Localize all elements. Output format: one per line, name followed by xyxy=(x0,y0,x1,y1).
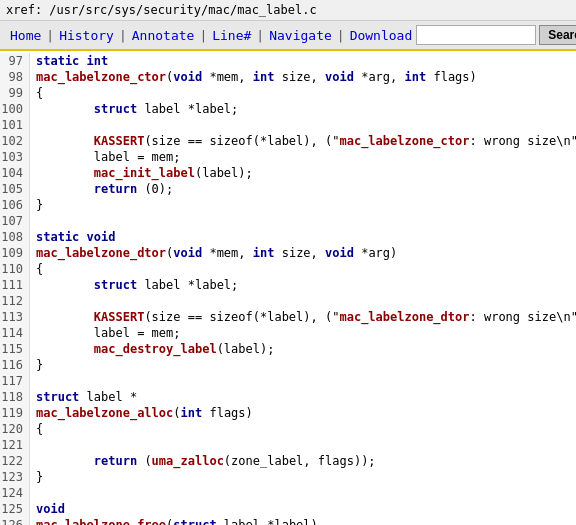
line-number: 119 xyxy=(0,405,30,421)
code-area: 97static int98mac_labelzone_ctor(void *m… xyxy=(0,51,576,525)
nav-navigate[interactable]: Navigate xyxy=(265,28,336,43)
line-content: mac_labelzone_ctor(void *mem, int size, … xyxy=(30,69,477,85)
line-number: 125 xyxy=(0,501,30,517)
line-content: { xyxy=(30,421,43,437)
line-number: 110 xyxy=(0,261,30,277)
sep5: | xyxy=(336,28,346,43)
table-row: 125void xyxy=(0,501,576,517)
line-number: 120 xyxy=(0,421,30,437)
table-row: 124 xyxy=(0,485,576,501)
line-number: 107 xyxy=(0,213,30,229)
line-content xyxy=(30,117,36,133)
table-row: 121 xyxy=(0,437,576,453)
table-row: 108static void xyxy=(0,229,576,245)
line-content xyxy=(30,485,36,501)
table-row: 97static int xyxy=(0,53,576,69)
line-content: mac_destroy_label(label); xyxy=(30,341,274,357)
line-number: 99 xyxy=(0,85,30,101)
search-area: Search xyxy=(416,25,576,45)
line-number: 111 xyxy=(0,277,30,293)
table-row: 109mac_labelzone_dtor(void *mem, int siz… xyxy=(0,245,576,261)
table-row: 113 KASSERT(size == sizeof(*label), ("ma… xyxy=(0,309,576,325)
nav-download[interactable]: Download xyxy=(346,28,417,43)
title-bar: xref: /usr/src/sys/security/mac/mac_labe… xyxy=(0,0,576,21)
table-row: 111 struct label *label; xyxy=(0,277,576,293)
line-number: 108 xyxy=(0,229,30,245)
nav-lineno[interactable]: Line# xyxy=(208,28,255,43)
line-content: { xyxy=(30,85,43,101)
line-content xyxy=(30,373,36,389)
line-number: 103 xyxy=(0,149,30,165)
table-row: 107 xyxy=(0,213,576,229)
title-text: xref: /usr/src/sys/security/mac/mac_labe… xyxy=(6,3,317,17)
line-content: mac_labelzone_free(struct label *label) xyxy=(30,517,318,525)
line-number: 100 xyxy=(0,101,30,117)
line-number: 106 xyxy=(0,197,30,213)
sep2: | xyxy=(118,28,128,43)
line-number: 104 xyxy=(0,165,30,181)
line-content: KASSERT(size == sizeof(*label), ("mac_la… xyxy=(30,133,576,149)
table-row: 115 mac_destroy_label(label); xyxy=(0,341,576,357)
table-row: 104 mac_init_label(label); xyxy=(0,165,576,181)
line-content xyxy=(30,293,36,309)
line-number: 109 xyxy=(0,245,30,261)
line-content: } xyxy=(30,197,43,213)
table-row: 123} xyxy=(0,469,576,485)
table-row: 110{ xyxy=(0,261,576,277)
line-number: 121 xyxy=(0,437,30,453)
nav-annotate[interactable]: Annotate xyxy=(128,28,199,43)
table-row: 126mac_labelzone_free(struct label *labe… xyxy=(0,517,576,525)
line-number: 118 xyxy=(0,389,30,405)
table-row: 120{ xyxy=(0,421,576,437)
line-number: 113 xyxy=(0,309,30,325)
line-number: 116 xyxy=(0,357,30,373)
table-row: 103 label = mem; xyxy=(0,149,576,165)
table-row: 117 xyxy=(0,373,576,389)
sep1: | xyxy=(45,28,55,43)
table-row: 116} xyxy=(0,357,576,373)
line-content: mac_labelzone_dtor(void *mem, int size, … xyxy=(30,245,397,261)
table-row: 105 return (0); xyxy=(0,181,576,197)
line-content: } xyxy=(30,469,43,485)
line-content: } xyxy=(30,357,43,373)
line-content: mac_init_label(label); xyxy=(30,165,253,181)
nav-bar: Home | History | Annotate | Line# | Navi… xyxy=(0,21,576,51)
line-number: 115 xyxy=(0,341,30,357)
sep4: | xyxy=(255,28,265,43)
table-row: 100 struct label *label; xyxy=(0,101,576,117)
table-row: 114 label = mem; xyxy=(0,325,576,341)
line-content xyxy=(30,213,36,229)
table-row: 99{ xyxy=(0,85,576,101)
line-content xyxy=(30,437,36,453)
search-input[interactable] xyxy=(416,25,536,45)
line-number: 105 xyxy=(0,181,30,197)
line-content: label = mem; xyxy=(30,149,181,165)
sep3: | xyxy=(198,28,208,43)
table-row: 106} xyxy=(0,197,576,213)
line-number: 117 xyxy=(0,373,30,389)
line-number: 124 xyxy=(0,485,30,501)
line-number: 126 xyxy=(0,517,30,525)
line-number: 98 xyxy=(0,69,30,85)
line-content: label = mem; xyxy=(30,325,181,341)
line-number: 112 xyxy=(0,293,30,309)
table-row: 118struct label * xyxy=(0,389,576,405)
line-content: mac_labelzone_alloc(int flags) xyxy=(30,405,253,421)
line-number: 122 xyxy=(0,453,30,469)
nav-links: Home | History | Annotate | Line# | Navi… xyxy=(6,28,416,43)
line-number: 102 xyxy=(0,133,30,149)
nav-home[interactable]: Home xyxy=(6,28,45,43)
table-row: 119mac_labelzone_alloc(int flags) xyxy=(0,405,576,421)
table-row: 98mac_labelzone_ctor(void *mem, int size… xyxy=(0,69,576,85)
line-content: void xyxy=(30,501,65,517)
line-number: 114 xyxy=(0,325,30,341)
search-button[interactable]: Search xyxy=(539,25,576,45)
table-row: 101 xyxy=(0,117,576,133)
line-content: static void xyxy=(30,229,116,245)
table-row: 102 KASSERT(size == sizeof(*label), ("ma… xyxy=(0,133,576,149)
line-content: struct label * xyxy=(30,389,137,405)
table-row: 122 return (uma_zalloc(zone_label, flags… xyxy=(0,453,576,469)
nav-history[interactable]: History xyxy=(55,28,118,43)
table-row: 112 xyxy=(0,293,576,309)
line-content: struct label *label; xyxy=(30,277,238,293)
